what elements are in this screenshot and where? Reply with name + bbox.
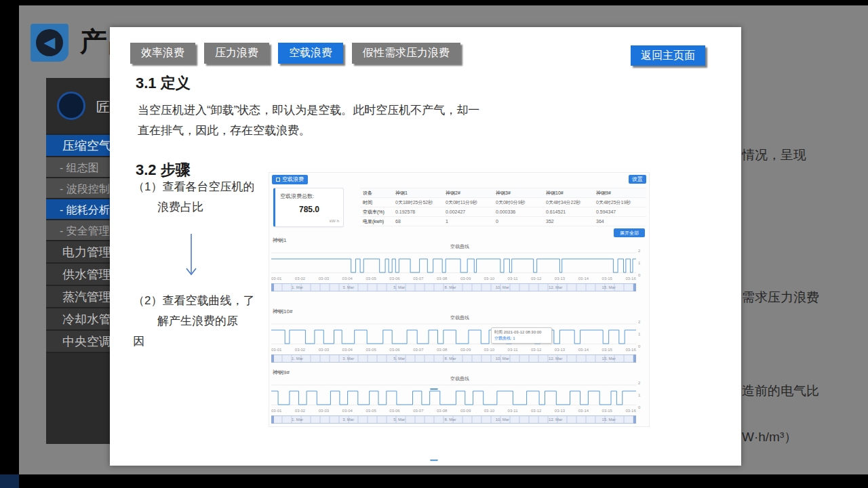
y-tick: 1 bbox=[638, 393, 646, 397]
row-label: 时间 bbox=[360, 199, 395, 206]
chart-legend[interactable]: 空载曲线 bbox=[271, 375, 648, 382]
sidebar-item[interactable]: 电力管理 bbox=[46, 241, 110, 264]
step1-line1: （1）查看各台空压机的 bbox=[133, 179, 254, 195]
chart-navigator[interactable]: 1. Mar3. Mar5. Mar8. Mar10. Mar12. Mar15… bbox=[271, 283, 636, 291]
chart-block: 神钢9#空载曲线21003-0103-0203-0303-0403-0503-0… bbox=[271, 369, 648, 428]
cell-value: 0.192578 bbox=[395, 209, 446, 214]
x-tick: 03-05 bbox=[366, 409, 376, 413]
bg-text-2: 需求压力浪费 bbox=[742, 289, 819, 306]
tab-item[interactable]: 压力浪费 bbox=[204, 43, 269, 64]
down-arrow-icon bbox=[182, 232, 201, 281]
x-tick: 03-02 bbox=[295, 348, 305, 352]
chart-navigator[interactable]: 1. Mar3. Mar5. Mar8. Mar10. Mar12. Mar15… bbox=[271, 354, 636, 363]
content-panel: 效率浪费压力浪费空载浪费假性需求压力浪费 返回主页面 3.1 定义 当空压机进入… bbox=[110, 27, 741, 466]
navigator-handle-right[interactable] bbox=[633, 354, 636, 363]
summary-label: 空载浪费总数: bbox=[280, 192, 314, 200]
navigator-date-label: 5. Mar bbox=[393, 418, 405, 422]
cell-value: 神钢2# bbox=[446, 190, 496, 197]
x-tick: 03-10 bbox=[484, 277, 494, 281]
cell-value: 0.002427 bbox=[446, 209, 496, 214]
navigator-date-label: 15. Mar bbox=[602, 357, 616, 361]
sidebar-item[interactable]: 蒸汽管理 bbox=[46, 286, 110, 308]
x-tick: 03-04 bbox=[342, 409, 353, 413]
steps-heading: 3.2 步骤 bbox=[136, 160, 191, 180]
cell-value: 0天0时11分9秒 bbox=[446, 199, 496, 206]
sidebar-item[interactable]: - 组态图 bbox=[46, 157, 110, 178]
tab-item[interactable]: 效率浪费 bbox=[130, 43, 195, 64]
x-tick: 03-09 bbox=[460, 277, 471, 281]
x-tick: 03-11 bbox=[508, 277, 518, 281]
navigator-date-label: 8. Mar bbox=[444, 357, 456, 361]
sidebar-item[interactable]: - 波段控制 bbox=[46, 178, 110, 199]
chart-legend[interactable]: 空载曲线 bbox=[271, 314, 648, 321]
summary-card: 空载浪费总数: 785.0 kW·h bbox=[273, 188, 344, 227]
idle-curve-chart[interactable] bbox=[271, 321, 636, 347]
x-tick: 03-03 bbox=[319, 409, 329, 413]
bg-text-4: W·h/m³） bbox=[742, 428, 797, 446]
cell-value: 神钢3# bbox=[496, 190, 546, 197]
x-tick: 03-15 bbox=[602, 409, 612, 413]
tooltip-value: 空载曲线: 1 bbox=[494, 336, 549, 342]
idle-curve-chart[interactable] bbox=[271, 250, 636, 276]
back-button[interactable]: ◀ bbox=[31, 24, 68, 62]
x-tick: 03-12 bbox=[531, 277, 541, 281]
navigator-date-label: 12. Mar bbox=[549, 285, 562, 289]
navigator-date-label: 15. Mar bbox=[602, 418, 616, 422]
settings-button[interactable]: 设置 bbox=[629, 175, 646, 184]
chart-block: 神钢1空载曲线21003-0103-0203-0303-0403-0503-06… bbox=[271, 237, 648, 296]
navigator-date-label: 3. Mar bbox=[342, 418, 354, 422]
navigator-handle-left[interactable] bbox=[271, 354, 274, 363]
sidebar-item[interactable]: 供水管理 bbox=[46, 264, 110, 286]
navigator-handle-right[interactable] bbox=[633, 415, 636, 424]
cell-value: 0 bbox=[496, 219, 546, 224]
step2-line3: 因 bbox=[133, 333, 144, 349]
x-tick: 03-09 bbox=[460, 409, 471, 413]
navigator-date-label: 12. Mar bbox=[549, 418, 562, 422]
x-tick: 03-14 bbox=[578, 348, 589, 352]
dashboard-title-text: 空载浪费 bbox=[282, 175, 304, 184]
cell-value: 0.594347 bbox=[596, 209, 646, 214]
tab-item[interactable]: 假性需求压力浪费 bbox=[352, 43, 460, 64]
chart-tooltip: 时间 2021-03-12 08:30:00 空载曲线: 1 bbox=[491, 327, 552, 344]
cell-value: 神钢1 bbox=[395, 190, 446, 197]
navigator-date-label: 10. Mar bbox=[496, 418, 509, 422]
cell-value: 0天18时25分52秒 bbox=[395, 199, 446, 206]
y-tick: 0 bbox=[638, 344, 646, 348]
idle-curve-chart[interactable] bbox=[271, 382, 636, 408]
legend-line-icon bbox=[430, 460, 438, 462]
chart-block: 神钢10#空载曲线21003-0103-0203-0303-0403-0503-… bbox=[271, 308, 648, 367]
row-label: 设备 bbox=[360, 190, 395, 197]
x-tick: 03-05 bbox=[366, 348, 376, 352]
x-tick: 03-07 bbox=[413, 409, 423, 413]
x-tick: 03-07 bbox=[413, 277, 423, 281]
cell-value: 364 bbox=[596, 219, 646, 224]
x-tick: 03-10 bbox=[484, 348, 494, 352]
x-tick: 03-16 bbox=[625, 277, 635, 281]
bg-text-3: 造前的电气比 bbox=[742, 382, 819, 400]
sidebar-item[interactable]: - 能耗分析 bbox=[46, 199, 110, 220]
sidebar-item[interactable]: 压缩空气 bbox=[46, 135, 110, 157]
sidebar-item[interactable]: 冷却水管理 bbox=[46, 308, 110, 331]
chart-legend[interactable]: 空载曲线 bbox=[271, 243, 648, 250]
navigator-date-label: 3. Mar bbox=[342, 357, 354, 361]
sidebar-item[interactable]: 中央空调管理 bbox=[46, 331, 110, 353]
bg-text-1: 情况，呈现 bbox=[742, 146, 806, 164]
table-row: 电量(kwh)6810352364 bbox=[360, 217, 646, 226]
slide-background: ◀ 产品 匠 压缩空气- 组态图- 波段控制- 能耗分析- 安全管理电力管理供水… bbox=[19, 5, 868, 474]
tab-active[interactable]: 空载浪费 bbox=[278, 43, 343, 64]
x-tick: 03-02 bbox=[295, 409, 305, 413]
sidebar-item[interactable]: - 安全管理 bbox=[46, 220, 110, 241]
y-axis-ticks: 210 bbox=[638, 320, 646, 348]
x-tick: 03-13 bbox=[555, 277, 565, 281]
navigator-handle-left[interactable] bbox=[271, 415, 274, 424]
definition-line-1: 当空压机进入“卸载”状态，即认为是空载。此时空压机不产气，却一 bbox=[138, 104, 479, 117]
definition-line-2: 直在排气，因此，存在空载浪费。 bbox=[138, 124, 311, 137]
x-tick: 03-08 bbox=[437, 277, 447, 281]
return-home-button[interactable]: 返回主页面 bbox=[631, 45, 705, 66]
chart-navigator[interactable]: 1. Mar3. Mar5. Mar8. Mar10. Mar12. Mar15… bbox=[271, 415, 636, 424]
navigator-handle-left[interactable] bbox=[271, 283, 274, 291]
navigator-handle-right[interactable] bbox=[633, 283, 636, 291]
x-axis-labels: 03-0103-0203-0303-0403-0503-0603-0703-08… bbox=[271, 409, 636, 413]
tab-bar: 效率浪费压力浪费空载浪费假性需求压力浪费 bbox=[130, 43, 460, 64]
tooltip-time: 时间 2021-03-12 08:30:00 bbox=[494, 329, 549, 336]
